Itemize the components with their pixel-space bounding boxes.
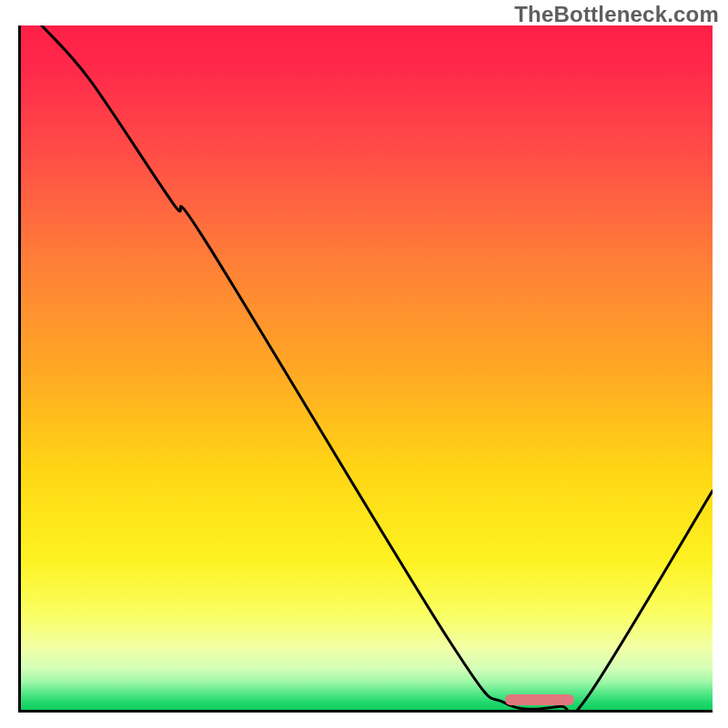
optimal-marker [505,694,574,705]
watermark-text: TheBottleneck.com [514,2,719,27]
plot-area [18,25,713,713]
bottleneck-chart: TheBottleneck.com [0,0,728,728]
bottleneck-curve [21,25,713,710]
